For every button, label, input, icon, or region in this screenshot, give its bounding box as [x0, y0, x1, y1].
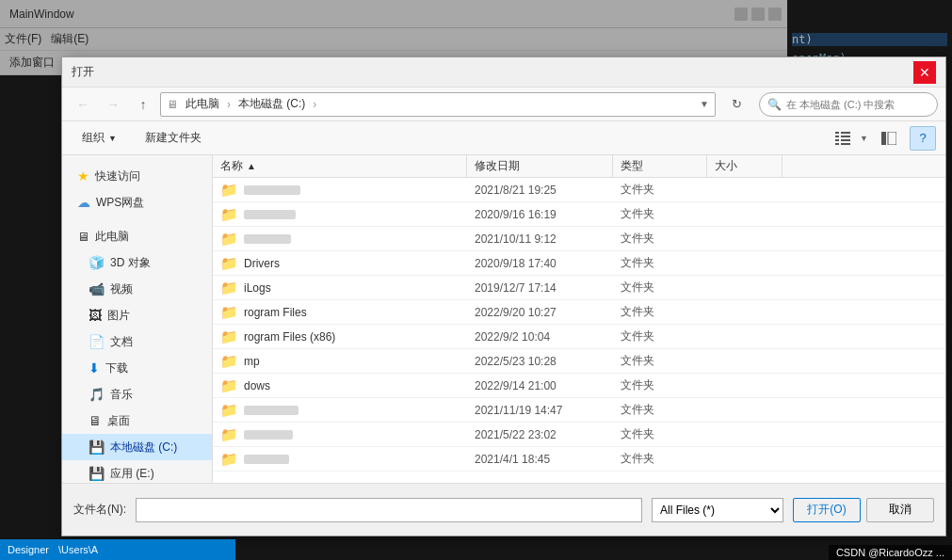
folder-icon: 📁 — [220, 280, 238, 296]
svg-rect-8 — [881, 132, 886, 145]
organize-label: 组织 — [82, 130, 105, 146]
address-drive[interactable]: 本地磁盘 (C:) — [234, 94, 309, 114]
col-header-name[interactable]: 名称 ▲ — [213, 155, 467, 177]
table-row[interactable]: 📁2021/11/19 14:47文件夹 — [213, 398, 945, 423]
downloads-icon: ⬇ — [89, 360, 100, 376]
view-dropdown[interactable]: ▼ — [860, 134, 868, 143]
back-button[interactable]: ← — [70, 91, 96, 118]
file-cell-name: 📁 — [213, 231, 467, 248]
new-folder-label: 新建文件夹 — [145, 130, 202, 146]
view-details-button[interactable] — [830, 126, 856, 151]
search-box[interactable]: 🔍 — [759, 92, 938, 117]
file-list-header: 名称 ▲ 修改日期 类型 大小 — [213, 155, 945, 178]
dialog-close-button[interactable]: ✕ — [913, 61, 936, 84]
sidebar-item-documents[interactable]: 📄 文档 — [62, 328, 212, 355]
music-icon: 🎵 — [89, 387, 105, 402]
sidebar-item-app-e[interactable]: 💾 应用 (E:) — [62, 460, 212, 483]
col-header-size[interactable]: 大小 — [707, 155, 783, 177]
cancel-button[interactable]: 取消 — [866, 498, 934, 522]
sidebar-item-pictures[interactable]: 🖼 图片 — [62, 302, 212, 328]
sidebar-label-3d: 3D 对象 — [110, 255, 151, 271]
sidebar-item-3d-objects[interactable]: 🧊 3D 对象 — [62, 249, 212, 276]
sidebar-item-wps-cloud[interactable]: ☁ WPS网盘 — [62, 189, 212, 216]
table-row[interactable]: 📁2020/9/16 16:19文件夹 — [213, 202, 945, 227]
col-size-label: 大小 — [715, 158, 737, 174]
file-cell-name: 📁mp — [213, 353, 467, 370]
bg-path-text: \Users\A — [58, 544, 98, 555]
file-cell-date: 2022/9/2 10:04 — [467, 330, 613, 344]
folder-icon: 📁 — [220, 353, 238, 370]
up-button[interactable]: ↑ — [130, 91, 156, 118]
table-row[interactable]: 📁iLogs2019/12/7 17:14文件夹 — [213, 276, 945, 300]
table-row[interactable]: 📁2021/5/22 23:02文件夹 — [213, 423, 945, 447]
table-row[interactable]: 📁2021/10/11 9:12文件夹 — [213, 227, 945, 251]
sidebar-item-desktop[interactable]: 🖥 桌面 — [62, 408, 212, 434]
blurred-filename — [244, 210, 296, 219]
filename-text: rogram Files — [244, 306, 307, 319]
sidebar-label-pictures: 图片 — [107, 308, 130, 324]
file-cell-name: 📁 — [213, 206, 467, 223]
file-list-area[interactable]: 名称 ▲ 修改日期 类型 大小 📁2021/8/21 19:25文件夹📁2020… — [213, 155, 945, 483]
col-header-date[interactable]: 修改日期 — [467, 155, 613, 177]
table-row[interactable]: 📁Drivers2020/9/18 17:40文件夹 — [213, 251, 945, 276]
file-cell-name: 📁 — [213, 182, 467, 199]
svg-rect-9 — [888, 132, 896, 145]
organize-button[interactable]: 组织 ▼ — [72, 126, 127, 151]
file-cell-name: 📁 — [213, 402, 467, 419]
file-cell-name: 📁Drivers — [213, 255, 467, 272]
table-row[interactable]: 📁2021/4/1 18:45文件夹 — [213, 447, 945, 472]
sidebar-label-video: 视频 — [110, 281, 133, 297]
file-cell-name: 📁dows — [213, 377, 467, 394]
this-pc-icon: 🖥 — [77, 230, 89, 244]
blurred-filename — [244, 455, 289, 464]
desktop-icon: 🖥 — [89, 413, 102, 428]
folder-icon: 📁 — [220, 304, 238, 321]
file-cell-name: 📁 — [213, 426, 467, 443]
pane-icon — [881, 132, 896, 145]
sidebar-label-this-pc: 此电脑 — [95, 229, 129, 245]
search-input[interactable] — [786, 99, 929, 110]
address-dropdown-arrow[interactable]: ▼ — [700, 99, 709, 109]
col-header-type[interactable]: 类型 — [613, 155, 707, 177]
file-cell-name: 📁 — [213, 451, 467, 468]
sidebar-item-music[interactable]: 🎵 音乐 — [62, 381, 212, 408]
file-cell-name: 📁iLogs — [213, 280, 467, 296]
navigation-bar: ← → ↑ 🖥 此电脑 › 本地磁盘 (C:) › ▼ ↻ 🔍 — [62, 88, 945, 121]
file-cell-type: 文件夹 — [613, 182, 707, 198]
table-row[interactable]: 📁mp2022/5/23 10:28文件夹 — [213, 349, 945, 374]
refresh-button[interactable]: ↻ — [723, 92, 750, 117]
address-computer[interactable]: 此电脑 — [182, 94, 223, 114]
svg-rect-2 — [835, 136, 839, 137]
svg-rect-7 — [841, 143, 850, 145]
svg-rect-1 — [841, 132, 850, 134]
help-icon: ? — [919, 131, 926, 145]
sidebar-item-this-pc[interactable]: 🖥 此电脑 — [62, 223, 212, 249]
sidebar-item-downloads[interactable]: ⬇ 下载 — [62, 355, 212, 381]
sidebar-label-downloads: 下载 — [105, 360, 128, 376]
new-folder-button[interactable]: 新建文件夹 — [135, 126, 212, 151]
table-row[interactable]: 📁2021/8/21 19:25文件夹 — [213, 178, 945, 202]
pane-toggle-button[interactable] — [876, 126, 902, 151]
table-row[interactable]: 📁rogram Files (x86)2022/9/2 10:04文件夹 — [213, 325, 945, 349]
address-bar[interactable]: 🖥 此电脑 › 本地磁盘 (C:) › ▼ — [160, 92, 716, 117]
file-cell-type: 文件夹 — [613, 426, 707, 442]
table-row[interactable]: 📁dows2022/9/14 21:00文件夹 — [213, 374, 945, 398]
table-row[interactable]: 📁rogram Files2022/9/20 10:27文件夹 — [213, 300, 945, 325]
open-button[interactable]: 打开(O) — [793, 498, 861, 522]
sidebar-item-video[interactable]: 📹 视频 — [62, 276, 212, 302]
filename-input[interactable] — [136, 498, 642, 522]
documents-icon: 📄 — [89, 334, 105, 349]
folder-icon: 📁 — [220, 377, 238, 394]
file-cell-type: 文件夹 — [613, 377, 707, 393]
sidebar-item-local-c[interactable]: 💾 本地磁盘 (C:) — [62, 434, 212, 460]
watermark-text: CSDN @RicardoOzz ... — [836, 547, 944, 558]
computer-icon: 🖥 — [167, 98, 178, 111]
forward-button[interactable]: → — [100, 91, 126, 118]
sidebar-item-quick-access[interactable]: ★ 快速访问 — [62, 163, 212, 189]
help-button[interactable]: ? — [910, 126, 936, 151]
filetype-select[interactable]: All Files (*) — [652, 498, 783, 522]
folder-icon: 📁 — [220, 451, 238, 468]
wps-cloud-icon: ☁ — [77, 195, 90, 210]
svg-rect-4 — [835, 139, 839, 141]
bg-status-bar: Designer \Users\A — [0, 539, 235, 560]
